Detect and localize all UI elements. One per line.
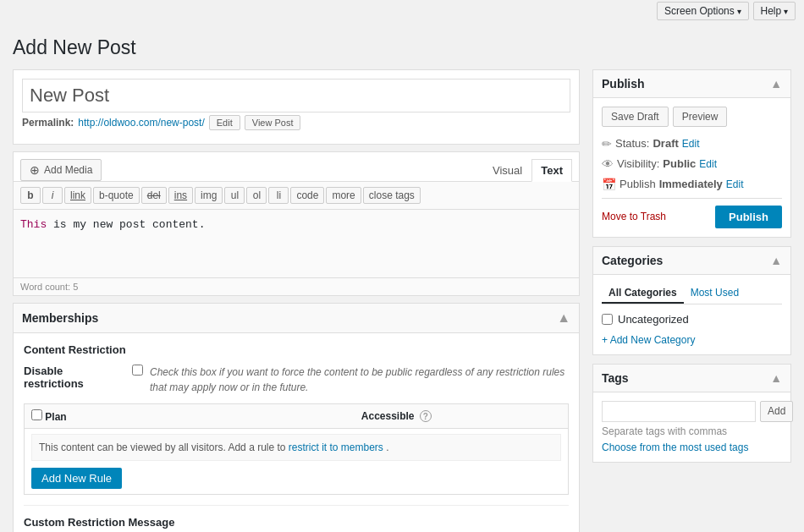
calendar-icon: 📅 bbox=[602, 178, 616, 191]
post-title-input[interactable] bbox=[22, 79, 570, 112]
categories-box-content: All Categories Most Used Uncategorized +… bbox=[593, 275, 790, 354]
format-ins[interactable]: ins bbox=[168, 187, 193, 204]
categories-box: Categories ▲ All Categories Most Used Un… bbox=[592, 246, 791, 355]
categories-box-title: Categories bbox=[602, 254, 663, 267]
disable-restrictions-checkbox[interactable] bbox=[132, 365, 143, 376]
permalink-edit-button[interactable]: Edit bbox=[209, 115, 240, 130]
view-post-button[interactable]: View Post bbox=[245, 115, 301, 130]
preview-button[interactable]: Preview bbox=[673, 107, 728, 127]
plan-table: Plan Accessible ? bbox=[24, 403, 569, 495]
format-bquote[interactable]: b-quote bbox=[93, 187, 140, 204]
plan-col-header: Plan bbox=[25, 403, 225, 428]
page-title: Add New Post bbox=[13, 36, 791, 61]
status-label: Status: bbox=[615, 137, 649, 150]
permalink-row: Permalink: http://oldwoo.com/new-post/ E… bbox=[22, 112, 570, 135]
visual-text-tabs: Visual Text bbox=[483, 159, 572, 181]
format-more[interactable]: more bbox=[326, 187, 361, 204]
format-del[interactable]: del bbox=[141, 187, 167, 204]
tags-input-row: Add bbox=[602, 401, 782, 422]
plan-select-all-checkbox[interactable] bbox=[31, 409, 42, 420]
memberships-toggle-icon: ▲ bbox=[557, 310, 570, 326]
info-row-tr: This content can be viewed by all visito… bbox=[25, 428, 569, 494]
all-categories-tab[interactable]: All Categories bbox=[602, 283, 684, 304]
tags-input[interactable] bbox=[602, 401, 756, 422]
restrict-link[interactable]: restrict it to members bbox=[289, 442, 383, 453]
memberships-box-title: Memberships bbox=[22, 311, 98, 325]
visibility-edit-link[interactable]: Edit bbox=[699, 158, 717, 170]
permalink-url[interactable]: http://oldwoo.com/new-post/ bbox=[78, 117, 204, 129]
publish-when-edit-link[interactable]: Edit bbox=[726, 178, 744, 190]
move-trash-link[interactable]: Move to Trash bbox=[602, 211, 666, 222]
publish-toggle-icon: ▲ bbox=[770, 77, 782, 90]
publish-box: Publish ▲ Save Draft Preview ✏ Status: D… bbox=[592, 69, 791, 238]
editor-toolbar-top: ⊕ Add Media Visual Text bbox=[14, 152, 579, 182]
status-icon: ✏ bbox=[602, 137, 612, 151]
publish-actions-row: Save Draft Preview bbox=[602, 107, 782, 127]
format-link[interactable]: link bbox=[64, 187, 91, 204]
info-text-before: This content can be viewed by all visito… bbox=[39, 442, 286, 453]
visibility-label: Visibility: bbox=[617, 157, 659, 170]
editor-format-bar: b i link b-quote del ins img ul ol li co… bbox=[14, 182, 579, 210]
publish-footer: Move to Trash Publish bbox=[602, 198, 782, 228]
help-button[interactable]: Help bbox=[753, 2, 796, 20]
tags-box-content: Add Separate tags with commas Choose fro… bbox=[593, 392, 790, 462]
save-draft-button[interactable]: Save Draft bbox=[602, 107, 669, 127]
format-li[interactable]: li bbox=[268, 187, 289, 204]
word-count-label: Word count: bbox=[20, 282, 70, 292]
memberships-box-header[interactable]: Memberships ▲ bbox=[14, 304, 579, 333]
visual-tab[interactable]: Visual bbox=[483, 159, 531, 181]
text-tab[interactable]: Text bbox=[531, 159, 572, 182]
accessible-help-icon[interactable]: ? bbox=[420, 410, 432, 422]
category-uncategorized: Uncategorized bbox=[602, 311, 782, 327]
tags-choose-link[interactable]: Choose from the most used tags bbox=[602, 442, 748, 453]
status-edit-link[interactable]: Edit bbox=[682, 138, 700, 150]
plan-col-label: Plan bbox=[45, 411, 66, 423]
format-ol[interactable]: ol bbox=[246, 187, 267, 204]
memberships-box: Memberships ▲ Content Restriction Disabl… bbox=[13, 303, 580, 532]
word-count-value: 5 bbox=[73, 282, 78, 292]
format-bold[interactable]: b bbox=[20, 187, 41, 204]
memberships-box-content: Content Restriction Disable restrictions… bbox=[14, 333, 579, 532]
disable-restrictions-row: Disable restrictions Check this box if y… bbox=[24, 365, 569, 395]
format-code[interactable]: code bbox=[290, 187, 324, 204]
add-media-label: Add Media bbox=[44, 164, 92, 176]
format-italic[interactable]: i bbox=[42, 187, 63, 204]
tags-hint: Separate tags with commas bbox=[602, 425, 782, 437]
status-value: Draft bbox=[653, 137, 678, 150]
visibility-row: 👁 Visibility: Public Edit bbox=[602, 154, 782, 174]
disable-restrictions-desc: Check this box if you want to force the … bbox=[150, 365, 569, 395]
custom-restriction-section: Custom Restriction Message Use custom me… bbox=[24, 505, 569, 532]
categories-toggle-icon: ▲ bbox=[770, 254, 782, 267]
status-row: ✏ Status: Draft Edit bbox=[602, 134, 782, 154]
category-uncategorized-label: Uncategorized bbox=[618, 313, 689, 326]
disable-restrictions-label: Disable restrictions bbox=[24, 365, 125, 390]
categories-box-header[interactable]: Categories ▲ bbox=[593, 247, 790, 275]
word-count: Word count: 5 bbox=[14, 277, 579, 295]
add-rule-button[interactable]: Add New Rule bbox=[31, 468, 122, 489]
visibility-icon: 👁 bbox=[602, 157, 614, 171]
content-restriction-title: Content Restriction bbox=[24, 343, 569, 356]
tags-box: Tags ▲ Add Separate tags with commas Cho… bbox=[592, 364, 791, 463]
tags-box-header[interactable]: Tags ▲ bbox=[593, 365, 790, 392]
publish-box-header[interactable]: Publish ▲ bbox=[593, 70, 790, 98]
most-used-tab[interactable]: Most Used bbox=[684, 283, 746, 304]
post-title-box: Permalink: http://oldwoo.com/new-post/ E… bbox=[13, 69, 580, 145]
format-close-tags[interactable]: close tags bbox=[363, 187, 421, 204]
info-row-td: This content can be viewed by all visito… bbox=[25, 428, 569, 494]
add-media-button[interactable]: ⊕ Add Media bbox=[20, 159, 102, 181]
publish-when-value: Immediately bbox=[659, 178, 723, 190]
editor-content[interactable]: This is my new post content. bbox=[14, 210, 579, 277]
info-message: This content can be viewed by all visito… bbox=[31, 434, 561, 461]
categories-tabs: All Categories Most Used bbox=[602, 283, 782, 304]
screen-options-button[interactable]: Screen Options bbox=[657, 2, 749, 20]
format-img[interactable]: img bbox=[195, 187, 223, 204]
accessible-col-header: Accessible ? bbox=[225, 403, 569, 428]
category-uncategorized-checkbox[interactable] bbox=[602, 314, 613, 325]
add-category-link[interactable]: + Add New Category bbox=[602, 334, 782, 346]
tags-toggle-icon: ▲ bbox=[770, 371, 782, 385]
format-ul[interactable]: ul bbox=[224, 187, 245, 204]
add-tag-button[interactable]: Add bbox=[760, 401, 793, 422]
editor-box: ⊕ Add Media Visual Text b i link b-quote… bbox=[13, 151, 580, 296]
publish-button[interactable]: Publish bbox=[715, 206, 782, 228]
publish-when-label: Publish bbox=[620, 178, 656, 190]
